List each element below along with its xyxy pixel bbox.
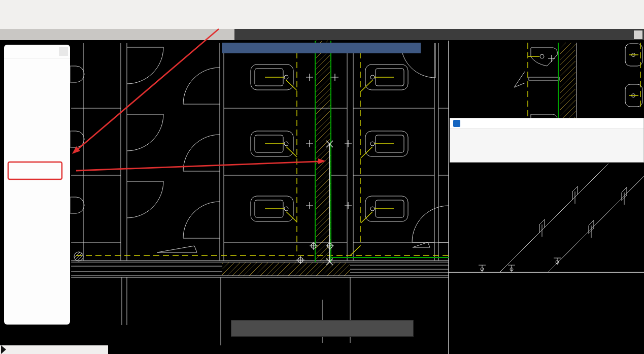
layout-tab-scroll-icon[interactable] [1,345,6,354]
measure-panel [4,45,70,325]
compare-panel [450,118,644,163]
annotation-classify-bar [231,320,414,337]
main-toolbar [0,0,644,29]
detail-frame [449,41,644,354]
measure-panel-items [4,58,70,325]
cad-drawing [0,40,644,354]
dwg-icon [453,120,460,127]
cad-canvas[interactable] [0,40,644,354]
close-icon[interactable] [59,47,68,56]
app-window [0,0,644,354]
hint-tooltip [222,43,421,53]
document-tabbar [0,29,644,40]
measure-panel-header [4,45,70,58]
plan-lines [70,43,642,345]
layout-tabbar [0,345,108,354]
riser-diagram [479,164,644,272]
compare-panel-body [450,129,643,163]
compare-panel-titlebar[interactable] [450,118,643,129]
tab-menu-caret-icon[interactable] [634,30,642,39]
